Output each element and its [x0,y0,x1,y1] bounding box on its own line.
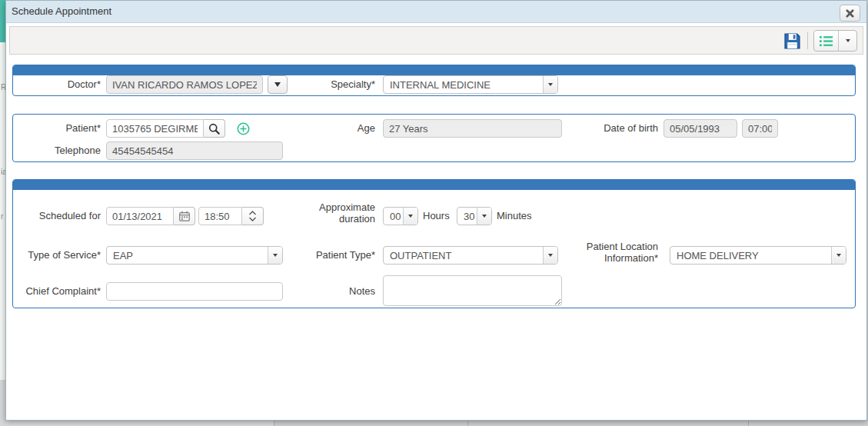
time-spinner-button[interactable] [242,207,264,225]
patient-search-button[interactable] [204,119,225,138]
age-input[interactable] [383,119,562,138]
dob-label: Date of birth [567,119,658,138]
telephone-input[interactable] [106,141,283,160]
patient-type-select[interactable]: OUTPATIENT [383,246,558,265]
notes-label: Notes [334,282,375,301]
minutes-dropdown-button[interactable] [477,208,491,225]
age-label: Age [313,119,375,138]
dob-time-input[interactable] [742,119,778,138]
type-of-service-value: EAP [107,250,268,261]
schedule-section-panel: Scheduled for [12,179,856,308]
save-button[interactable] [783,32,802,51]
list-icon [819,34,833,48]
dialog-toolbar [9,26,863,55]
patient-type-label: Patient Type* [288,246,375,265]
dialog-title: Schedule Appointment [6,1,866,22]
scheduled-date-input[interactable] [106,207,174,225]
dialog-titlebar: Schedule Appointment [6,1,866,23]
duration-hours-select[interactable]: 00 [383,207,418,225]
doctor-combobox-input[interactable] [106,75,263,94]
patient-label: Patient* [13,119,101,138]
caret-down-icon [548,254,553,257]
background-segment [274,421,467,426]
calendar-icon [178,210,191,222]
view-dropdown-button[interactable] [838,31,856,51]
doctor-section-header [13,65,855,75]
schedule-section-header [13,180,855,190]
scheduled-date-group [106,207,195,225]
schedule-appointment-dialog: Schedule Appointment [5,0,867,421]
patient-search-group [106,119,225,138]
caret-down-icon [408,215,413,218]
duration-minutes-select[interactable]: 30 [457,207,492,225]
patient-type-value: OUTPATIENT [384,250,543,261]
specialty-dropdown-button[interactable] [543,76,557,93]
background-page-bottom [6,420,868,426]
add-patient-button[interactable] [237,122,250,135]
doctor-dropdown-button[interactable] [268,75,288,94]
caret-down-icon [273,254,278,257]
patient-section-panel: Patient* Age Date of birth [12,114,856,162]
approximate-duration-label: Approximate duration [308,201,375,225]
type-of-service-select[interactable]: EAP [106,246,283,265]
patient-input[interactable] [106,119,204,138]
caret-down-icon [846,39,850,42]
hours-dropdown-button[interactable] [403,208,417,225]
save-icon [783,32,802,51]
minutes-label: Minutes [497,207,532,225]
notes-textarea[interactable] [383,275,562,306]
close-icon [846,9,854,18]
caret-down-icon [548,83,553,86]
caret-down-icon [482,215,487,218]
background-text-fragment: r [1,212,3,221]
type-of-service-dropdown-button[interactable] [268,247,282,264]
caret-down-icon [274,82,281,87]
background-segment [748,421,868,426]
patient-location-dropdown-button[interactable] [831,247,846,264]
chief-complaint-input[interactable] [106,282,283,301]
calendar-button[interactable] [174,207,195,225]
search-icon [208,122,221,135]
caret-down-icon [836,254,841,257]
duration-minutes-value: 30 [457,211,477,222]
close-button[interactable] [840,5,860,22]
scheduled-time-group [198,207,264,225]
plus-circle-icon [237,122,250,135]
hours-label: Hours [423,207,450,225]
chief-complaint-label: Chief Complaint* [13,282,101,301]
scheduled-time-input[interactable] [198,207,242,225]
background-segment [467,421,748,426]
patient-location-select[interactable]: HOME DELIVERY [670,246,846,265]
patient-location-value: HOME DELIVERY [670,250,831,261]
spinner-up-down-icon [248,210,257,222]
patient-location-label: Patient Location Information* [565,241,658,264]
patient-type-dropdown-button[interactable] [543,247,557,264]
doctor-label: Doctor* [13,75,101,94]
list-view-button[interactable] [814,31,838,51]
view-button-group [813,30,857,52]
toolbar-separator [807,32,808,49]
type-of-service-label: Type of Service* [13,246,101,265]
specialty-label: Specialty* [288,75,375,94]
specialty-select[interactable]: INTERNAL MEDICINE [383,75,558,94]
duration-hours-value: 00 [384,211,403,222]
scheduled-for-label: Scheduled for [13,207,101,225]
dob-date-input[interactable] [663,119,737,138]
telephone-label: Telephone [13,141,101,160]
specialty-value: INTERNAL MEDICINE [384,79,543,91]
doctor-section-panel: Doctor* Specialty* INTERNAL MEDICINE [12,65,856,96]
screen: R ia r Schedule Appointment [0,0,868,426]
